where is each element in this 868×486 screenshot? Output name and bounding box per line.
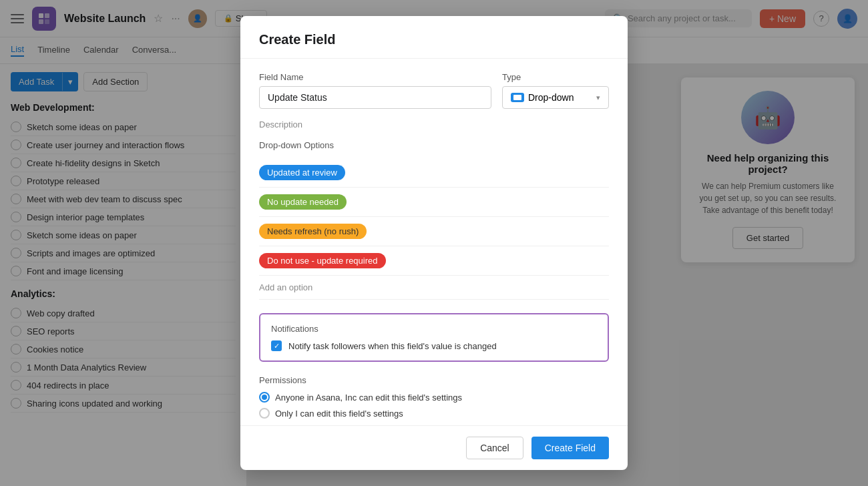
field-name-input[interactable] (259, 86, 491, 109)
field-name-type-row: Field Name Type Drop-down ▾ (259, 72, 609, 109)
dropdown-type-icon (511, 93, 524, 102)
description-link[interactable]: Description (259, 119, 609, 130)
option-chip-blue[interactable]: Updated at review (259, 165, 345, 180)
create-field-modal: Create Field Field Name Type (240, 16, 628, 470)
permissions-option-2: Only I can edit this field's settings (259, 408, 609, 419)
option-chip-green[interactable]: No update needed (259, 194, 347, 210)
type-select-dropdown[interactable]: Drop-down ▾ (502, 86, 609, 109)
modal-body: Field Name Type Drop-down ▾ (240, 59, 628, 425)
option-item-2: No update needed (259, 188, 609, 217)
permissions-section: Permissions Anyone in Asana, Inc can edi… (259, 375, 609, 419)
field-type-label: Type (502, 72, 609, 82)
modal-footer: Cancel Create Field (240, 425, 628, 470)
field-name-group: Field Name (259, 72, 491, 109)
modal-header: Create Field (240, 16, 628, 59)
modal-overlay: Create Field Field Name Type (0, 0, 868, 486)
option-chip-orange[interactable]: Needs refresh (no rush) (259, 224, 367, 239)
option-chip-red[interactable]: Do not use - update required (259, 253, 386, 268)
notifications-label: Notifications (271, 324, 597, 334)
notifications-row: ✓ Notify task followers when this field'… (271, 340, 597, 351)
permissions-label-2: Only I can edit this field's settings (275, 409, 403, 419)
add-option-link[interactable]: Add an option (259, 276, 609, 300)
cancel-button[interactable]: Cancel (466, 437, 523, 459)
option-item-1: Updated at review (259, 158, 609, 188)
notifications-text: Notify task followers when this field's … (288, 341, 497, 351)
field-type-group: Type Drop-down ▾ (502, 72, 609, 109)
chevron-down-icon: ▾ (596, 93, 600, 102)
permissions-radio-1[interactable] (259, 392, 270, 403)
modal-title: Create Field (259, 32, 335, 47)
permissions-label: Permissions (259, 375, 609, 385)
notifications-checkbox[interactable]: ✓ (271, 340, 282, 351)
field-name-label: Field Name (259, 72, 491, 82)
create-field-button[interactable]: Create Field (531, 437, 609, 459)
dropdown-options-label: Drop-down Options (259, 140, 609, 150)
permissions-label-1: Anyone in Asana, Inc can edit this field… (275, 393, 462, 403)
option-item-3: Needs refresh (no rush) (259, 217, 609, 246)
type-select-value: Drop-down (528, 92, 574, 103)
notifications-section: Notifications ✓ Notify task followers wh… (259, 313, 609, 362)
permissions-radio-2[interactable] (259, 408, 270, 419)
permissions-option-1: Anyone in Asana, Inc can edit this field… (259, 392, 609, 403)
option-item-4: Do not use - update required (259, 246, 609, 276)
